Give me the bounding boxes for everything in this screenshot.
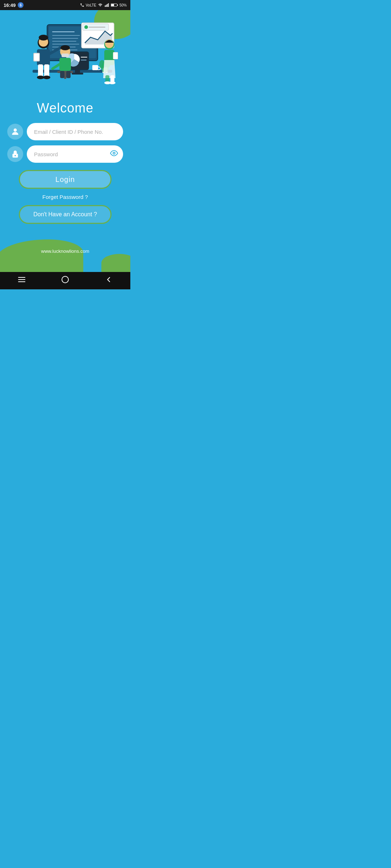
svg-rect-49 (59, 58, 71, 71)
menu-icon[interactable] (17, 275, 26, 286)
svg-rect-43 (44, 64, 49, 77)
back-icon[interactable] (104, 275, 113, 286)
home-icon[interactable] (61, 275, 70, 286)
signup-button[interactable]: Don't Have an Account ? (19, 205, 112, 224)
email-input-row (7, 123, 123, 140)
password-field-wrap (27, 145, 123, 163)
svg-point-66 (14, 155, 16, 156)
main-content: Welcome (0, 10, 130, 272)
svg-rect-47 (62, 54, 69, 57)
forget-password-link[interactable]: Forget Password ? (42, 194, 88, 200)
svg-rect-41 (34, 54, 39, 61)
bottom-decoration-left (0, 239, 83, 272)
website-url: www.lucknowlions.com (41, 248, 89, 254)
svg-point-71 (62, 276, 68, 283)
svg-point-45 (43, 76, 50, 79)
hero-illustration (11, 17, 119, 93)
svg-point-48 (60, 45, 70, 50)
svg-rect-2 (107, 4, 108, 7)
user-icon-container (7, 124, 23, 140)
lock-icon-container (7, 146, 23, 162)
notification-badge: 6 (18, 2, 24, 8)
welcome-title: Welcome (37, 101, 93, 116)
svg-rect-60 (105, 75, 109, 82)
svg-point-64 (14, 128, 17, 132)
password-input-row (7, 145, 123, 163)
lock-icon (10, 149, 20, 159)
svg-point-63 (109, 81, 115, 84)
login-form: Login Forget Password ? Don't Have an Ac… (0, 123, 130, 224)
password-input[interactable] (27, 145, 123, 163)
svg-point-37 (39, 35, 48, 41)
svg-rect-30 (92, 65, 98, 70)
svg-rect-59 (113, 52, 118, 59)
svg-line-50 (52, 64, 59, 69)
svg-rect-29 (72, 73, 83, 75)
svg-rect-5 (117, 4, 118, 6)
svg-point-21 (84, 25, 88, 29)
status-left: 16:49 6 (4, 2, 24, 8)
svg-rect-42 (38, 64, 43, 77)
svg-rect-54 (66, 71, 71, 78)
show-password-icon[interactable] (110, 149, 118, 159)
login-button[interactable]: Login (19, 170, 112, 189)
bottom-decoration-right (101, 254, 130, 272)
bottom-navigation (0, 272, 130, 289)
svg-rect-61 (110, 75, 114, 82)
email-field-wrap (27, 123, 123, 140)
status-bar: 16:49 6 VoLTE 50% (0, 0, 130, 10)
time: 16:49 (4, 3, 16, 8)
svg-rect-6 (111, 4, 114, 6)
battery-percent: 50% (119, 3, 127, 7)
signal-indicator: VoLTE (86, 3, 96, 7)
user-icon (10, 127, 20, 136)
svg-point-67 (113, 152, 115, 154)
svg-rect-53 (60, 71, 64, 78)
svg-rect-1 (106, 5, 106, 7)
status-right: VoLTE 50% (80, 3, 127, 7)
svg-rect-3 (108, 3, 109, 7)
email-input[interactable] (27, 123, 123, 140)
svg-rect-0 (105, 5, 105, 7)
svg-rect-51 (57, 71, 73, 73)
